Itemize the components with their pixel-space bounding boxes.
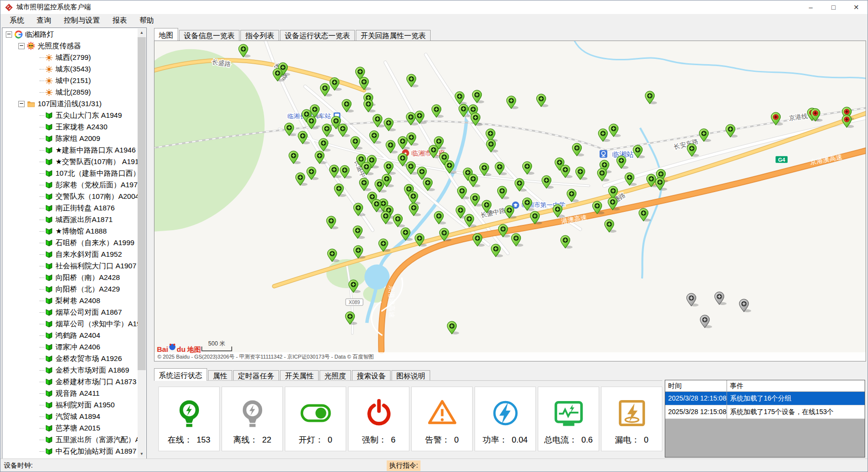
map-pin-online[interactable] bbox=[373, 114, 385, 127]
scroll-down-icon[interactable]: ▼ bbox=[138, 450, 146, 458]
map-pin-online[interactable] bbox=[522, 162, 534, 175]
collapse-icon[interactable] bbox=[6, 31, 12, 38]
tree-group-road[interactable]: 107国道沿线(31/31) bbox=[3, 98, 138, 110]
bottom-tab-4[interactable]: 光照度 bbox=[320, 370, 351, 381]
tree-item-device[interactable]: 向阳桥（南）A2428 bbox=[3, 272, 138, 283]
bottom-tab-3[interactable]: 开关属性 bbox=[280, 370, 319, 381]
map-pin-online[interactable] bbox=[326, 216, 338, 229]
tree-item-device[interactable]: 五尖山大门东 A1949 bbox=[3, 110, 138, 121]
collapse-icon[interactable] bbox=[18, 43, 25, 49]
map-pin-online[interactable] bbox=[572, 143, 584, 156]
map-pin-online[interactable] bbox=[409, 203, 421, 216]
tree-item-device[interactable]: ★建新中路路口东 A1946（辅道灯） bbox=[3, 144, 138, 156]
map-pin-online[interactable] bbox=[369, 131, 381, 144]
tree-item-device[interactable]: 王家珑巷 A2430 bbox=[3, 121, 138, 133]
map-pin-online[interactable] bbox=[315, 151, 327, 164]
map-pin-online[interactable] bbox=[350, 137, 363, 150]
tree-item-device[interactable]: 谭家冲 A2406 bbox=[3, 341, 138, 353]
map-pin-offline[interactable] bbox=[739, 299, 751, 312]
map-pin-online[interactable] bbox=[434, 211, 446, 224]
bottom-tab-0[interactable]: 系统运行状态 bbox=[154, 368, 207, 381]
tree-item-sensor[interactable]: 城西(2799) bbox=[3, 52, 138, 63]
tree-item-sensor[interactable]: 城中(2151) bbox=[3, 75, 138, 86]
map-pin-online[interactable] bbox=[384, 118, 396, 131]
map-pin-online[interactable] bbox=[604, 220, 616, 233]
map-pin-online[interactable] bbox=[457, 186, 469, 199]
scroll-up-icon[interactable]: ▲ bbox=[138, 28, 146, 37]
map-pin-online[interactable] bbox=[329, 165, 341, 178]
minimize-button[interactable]: – bbox=[799, 0, 822, 14]
tree-item-device[interactable]: 陈家组 A2009 bbox=[3, 133, 138, 144]
map-pin-online[interactable] bbox=[560, 236, 573, 249]
map-canvas[interactable]: ★ bbox=[154, 41, 866, 361]
event-log-row[interactable]: 2025/3/28 12:15:08 系统加载了16个分组 bbox=[665, 392, 865, 405]
map-pin-online[interactable] bbox=[406, 74, 419, 87]
map-pin-online[interactable] bbox=[609, 124, 621, 137]
map-pin-online[interactable] bbox=[353, 246, 365, 259]
menu-item[interactable]: 帮助 bbox=[133, 14, 160, 27]
menu-item[interactable]: 查询 bbox=[30, 14, 57, 27]
tree-item-device[interactable]: 汽贸城 A1894 bbox=[3, 411, 138, 422]
tree-item-device[interactable]: 烟草公司（求知中学）A1933 bbox=[3, 318, 138, 330]
map-tab-2[interactable]: 指令列表 bbox=[240, 30, 279, 41]
tree-item-device[interactable]: 交警队东（107南）A2004 bbox=[3, 191, 138, 202]
collapse-icon[interactable] bbox=[18, 101, 25, 107]
map-pin-offline[interactable] bbox=[686, 293, 699, 306]
tree-item-device[interactable]: 五里派出所（富源汽配）A1874 bbox=[3, 434, 138, 445]
tree-item-device[interactable]: 南正街转盘 A1876 bbox=[3, 202, 138, 214]
tree-item-device[interactable]: ★博物馆 A1888 bbox=[3, 225, 138, 237]
map-pin-online[interactable] bbox=[295, 173, 308, 186]
map-pin-online[interactable] bbox=[342, 99, 354, 112]
tree-item-sensor[interactable]: 城北(2859) bbox=[3, 86, 138, 98]
tree-scrollbar[interactable]: ▲ ▼ bbox=[138, 28, 146, 458]
menu-item[interactable]: 系统 bbox=[3, 14, 30, 27]
map-pin-online[interactable] bbox=[386, 140, 398, 153]
bottom-tab-1[interactable]: 属性 bbox=[208, 370, 232, 381]
map-pin-online[interactable] bbox=[645, 91, 657, 104]
tree-item-device[interactable]: 107北（建新中路路口西）A2014 bbox=[3, 167, 138, 179]
event-col-event[interactable]: 事件 bbox=[727, 380, 865, 391]
event-log-row[interactable]: 2025/3/28 12:15:08 系统加载了175个设备，在线153个 bbox=[665, 405, 865, 419]
tree-item-device[interactable]: 金桥建材市场门口 A1873 bbox=[3, 376, 138, 388]
map-pin-online[interactable] bbox=[479, 163, 491, 176]
tree-item-device[interactable]: 自来水斜对面 A1952 bbox=[3, 249, 138, 260]
map-pin-online[interactable] bbox=[687, 144, 699, 157]
map-pin-online[interactable] bbox=[639, 208, 651, 222]
map-pin-online[interactable] bbox=[320, 83, 332, 97]
tree-group-sensors[interactable]: 光照度传感器 bbox=[3, 40, 138, 52]
map-pin-online[interactable] bbox=[575, 167, 588, 180]
map-pin-offline[interactable] bbox=[714, 292, 727, 305]
tree-item-root[interactable]: 临湘路灯 bbox=[3, 28, 138, 40]
map-pin-online[interactable] bbox=[393, 214, 405, 227]
map-pin-online[interactable] bbox=[338, 124, 350, 137]
map-pin-online[interactable] bbox=[307, 167, 319, 180]
map-tab-1[interactable]: 设备信息一览表 bbox=[179, 30, 239, 41]
tree-item-device[interactable]: 社会福利院大门口 A1907 bbox=[3, 260, 138, 272]
map-pin-online[interactable] bbox=[327, 249, 339, 262]
tree-item-device[interactable]: 观音路 A2411 bbox=[3, 388, 138, 399]
menu-item[interactable]: 控制与设置 bbox=[57, 14, 106, 27]
map-pin-online[interactable] bbox=[726, 125, 738, 138]
maximize-button[interactable]: □ bbox=[822, 0, 845, 14]
map-pin-online[interactable] bbox=[560, 165, 573, 178]
tree-item-device[interactable]: 烟草公司对面 A1867 bbox=[3, 306, 138, 318]
map-tab-3[interactable]: 设备运行状态一览表 bbox=[280, 30, 355, 41]
map-pin-offline[interactable] bbox=[700, 315, 712, 328]
tree-item-device[interactable]: ★交警队西(107南） A1917 bbox=[3, 156, 138, 167]
tree-item-device[interactable]: 城西派出所A1871 bbox=[3, 214, 138, 225]
map-pin-online[interactable] bbox=[497, 186, 509, 199]
map-pin-online[interactable] bbox=[423, 178, 435, 191]
menu-item[interactable]: 报表 bbox=[106, 14, 133, 27]
bottom-tab-6[interactable]: 图标说明 bbox=[392, 370, 430, 381]
map-pin-online[interactable] bbox=[472, 90, 484, 103]
map-pin-online[interactable] bbox=[359, 178, 371, 191]
map-pin-online[interactable] bbox=[406, 162, 418, 175]
map-pin-online[interactable] bbox=[470, 194, 482, 207]
tree-item-device[interactable]: 鸿鹤路 A2404 bbox=[3, 330, 138, 341]
event-col-time[interactable]: 时间 bbox=[665, 380, 727, 391]
map-pin-online[interactable] bbox=[238, 44, 251, 57]
map-pin-online[interactable] bbox=[353, 226, 365, 239]
map-pin-online[interactable] bbox=[432, 105, 444, 118]
tree-item-device[interactable]: 福利院对面 A1950 bbox=[3, 399, 138, 411]
tree-item-device[interactable]: 芭茅塘 A2015 bbox=[3, 422, 138, 434]
